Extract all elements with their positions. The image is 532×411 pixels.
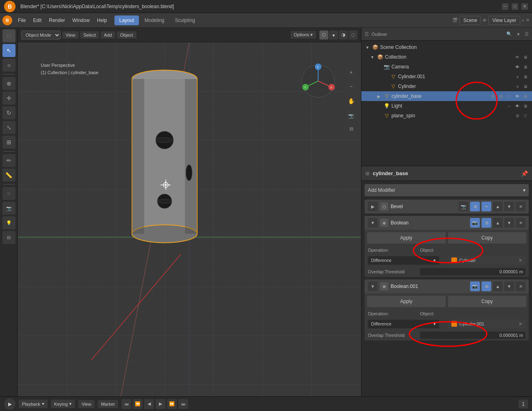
- menu-window[interactable]: Window: [69, 16, 93, 25]
- pan-btn[interactable]: ✋: [345, 95, 357, 107]
- bevel-up-btn[interactable]: ▲: [493, 202, 503, 211]
- menu-render[interactable]: Render: [46, 16, 68, 25]
- tab-layout[interactable]: Layout: [114, 15, 139, 25]
- boolean-realtime-btn[interactable]: 📷: [470, 218, 480, 228]
- menu-help[interactable]: Help: [94, 16, 110, 25]
- step-back-btn[interactable]: ⏪: [133, 399, 143, 409]
- boolean-001-header[interactable]: ▼ ⊕ Boolean.001 📷 🖥 ▲ ▼ ✕: [365, 279, 529, 293]
- visibility-icon[interactable]: ∨: [514, 83, 521, 90]
- tool-move[interactable]: ✛: [2, 92, 15, 105]
- visibility-icon[interactable]: 👁: [514, 64, 521, 70]
- outliner-filter-icon[interactable]: 🔍: [506, 31, 512, 37]
- bevel-realtime-btn[interactable]: 📷: [459, 202, 468, 211]
- zoom-out-btn[interactable]: −: [345, 81, 357, 92]
- boolean-001-remove-btn[interactable]: ✕: [516, 281, 525, 291]
- tool-light[interactable]: 💡: [2, 216, 15, 229]
- object-data-icon[interactable]: ⚙: [490, 93, 496, 99]
- boolean-001-down-btn[interactable]: ▼: [504, 281, 514, 291]
- constraint-icon[interactable]: ▽: [506, 93, 512, 99]
- object-001-remove-icon[interactable]: ✕: [519, 321, 522, 327]
- boolean-001-operation-dropdown[interactable]: Difference ▾: [368, 320, 439, 328]
- render-icon[interactable]: 🖥: [522, 103, 529, 109]
- step-forward-btn[interactable]: ⏩: [167, 399, 177, 409]
- minimize-button[interactable]: ─: [502, 3, 508, 10]
- visibility-icon[interactable]: 👁: [514, 54, 521, 60]
- bevel-remove-btn[interactable]: ✕: [516, 202, 525, 211]
- boolean-down-btn[interactable]: ▼: [504, 218, 514, 228]
- viewport-shading-material[interactable]: ◑: [339, 31, 348, 40]
- outliner-sort-icon[interactable]: ▼: [516, 32, 521, 37]
- tool-cursor[interactable]: ⊕: [2, 77, 15, 90]
- options-dropdown[interactable]: Options ▾: [290, 31, 316, 39]
- viewport-shading-rendered[interactable]: ◌: [349, 31, 358, 40]
- scene-selector[interactable]: Scene: [459, 16, 481, 25]
- play-btn[interactable]: ▶: [156, 399, 165, 409]
- new-scene-icon[interactable]: +: [522, 18, 524, 23]
- boolean-001-object-field[interactable]: Cylinder.001 ✕: [448, 319, 526, 328]
- boolean-object-field[interactable]: Cylinder ✕: [448, 256, 526, 265]
- modifier-icon[interactable]: ⊞: [498, 93, 504, 99]
- bevel-render-btn[interactable]: 🖥: [470, 202, 480, 211]
- window-controls[interactable]: ─ □ ✕: [502, 3, 528, 10]
- playback-menu[interactable]: Playback ▾: [19, 400, 48, 408]
- tool-select-circle[interactable]: ⊙: [2, 59, 15, 72]
- object-mode-dropdown[interactable]: Object Mode Edit Mode Sculpt Mode: [21, 31, 61, 40]
- render-icon[interactable]: 🖥: [522, 64, 529, 70]
- jump-start-btn[interactable]: ⏮: [121, 399, 131, 409]
- view-menu[interactable]: View: [62, 31, 79, 39]
- boolean-header[interactable]: ▼ ⊕ Boolean 📷 🖥 ▲ ▼ ✕: [365, 216, 529, 230]
- boolean-up-btn[interactable]: ▲: [493, 218, 503, 228]
- marker-menu[interactable]: Marker: [98, 400, 118, 408]
- viewport-canvas[interactable]: User Perspective (1) Collection | cylind…: [18, 42, 361, 396]
- frame-number[interactable]: 1: [519, 400, 528, 409]
- data-icon[interactable]: ⚙: [514, 112, 521, 119]
- menu-edit[interactable]: Edit: [30, 16, 45, 25]
- maximize-button[interactable]: □: [512, 3, 518, 10]
- ol-camera[interactable]: 📷 Camera 👁 🖥: [361, 62, 532, 72]
- boolean-001-render-btn[interactable]: 🖥: [481, 281, 491, 291]
- add-modifier-button[interactable]: Add Modifier ▾: [365, 184, 529, 196]
- bevel-down-btn[interactable]: ▼: [504, 202, 514, 211]
- threshold-001-value[interactable]: 0.000001 m: [420, 332, 525, 339]
- tool-scale[interactable]: ⤡: [2, 121, 15, 134]
- render-icon[interactable]: 🖥: [522, 93, 529, 99]
- bevel-edit-btn[interactable]: ✏: [481, 202, 491, 211]
- bevel-header[interactable]: ▶ ⬡ Bevel 📷 🖥 ✏ ▲ ▼ ✕: [365, 200, 529, 213]
- bevel-expand[interactable]: ▶: [368, 202, 378, 211]
- operation-001-value[interactable]: Difference ▾: [368, 320, 439, 328]
- constraint-icon[interactable]: ▽: [522, 112, 529, 119]
- gizmo[interactable]: Z X Y: [300, 63, 336, 99]
- tool-select[interactable]: ↖: [2, 44, 15, 57]
- tool-measure[interactable]: 📏: [2, 169, 15, 182]
- operation-value[interactable]: Difference ▾: [368, 256, 439, 265]
- timeline-icon[interactable]: ▶: [4, 398, 15, 410]
- menu-file[interactable]: File: [15, 16, 29, 25]
- expand-icon[interactable]: ▶: [376, 93, 382, 99]
- add-menu[interactable]: Add: [101, 31, 115, 39]
- ol-collection[interactable]: ▼ 📦 Collection 👁 🖥: [361, 52, 532, 62]
- boolean-render-btn[interactable]: 🖥: [481, 218, 491, 228]
- boolean-remove-btn[interactable]: ✕: [516, 218, 525, 228]
- object-remove-icon[interactable]: ✕: [519, 258, 522, 263]
- tool-camera[interactable]: 📷: [2, 202, 15, 215]
- tool-add-cube[interactable]: □: [2, 187, 15, 200]
- ol-light[interactable]: 💡 Light ○ 👁 🖥: [361, 101, 532, 111]
- boolean-001-up-btn[interactable]: ▲: [493, 281, 503, 291]
- close-button[interactable]: ✕: [521, 3, 528, 10]
- viewlayer-selector[interactable]: View Layer: [488, 16, 520, 25]
- view-menu-bottom[interactable]: View: [78, 400, 95, 408]
- render-icon[interactable]: 🖥: [522, 54, 529, 60]
- expand-icon[interactable]: ▼: [369, 54, 375, 60]
- threshold-value[interactable]: 0.000001 m: [420, 268, 525, 275]
- visibility-icon[interactable]: ∨: [514, 73, 521, 80]
- boolean-001-realtime-btn[interactable]: 📷: [470, 281, 480, 291]
- boolean-apply-button[interactable]: Apply: [367, 232, 446, 244]
- ol-scene-collection[interactable]: ▼ 📦 Scene Collection: [361, 42, 532, 52]
- tool-rotate[interactable]: ↻: [2, 106, 15, 119]
- grid-btn[interactable]: ⊟: [345, 123, 357, 134]
- jump-end-btn[interactable]: ⏭: [178, 399, 188, 409]
- visibility-icon[interactable]: 👁: [514, 93, 521, 99]
- boolean-operation-dropdown[interactable]: Difference ▾: [368, 256, 439, 265]
- boolean-001-copy-button[interactable]: Copy: [448, 296, 527, 307]
- expand-icon[interactable]: ▼: [365, 44, 370, 50]
